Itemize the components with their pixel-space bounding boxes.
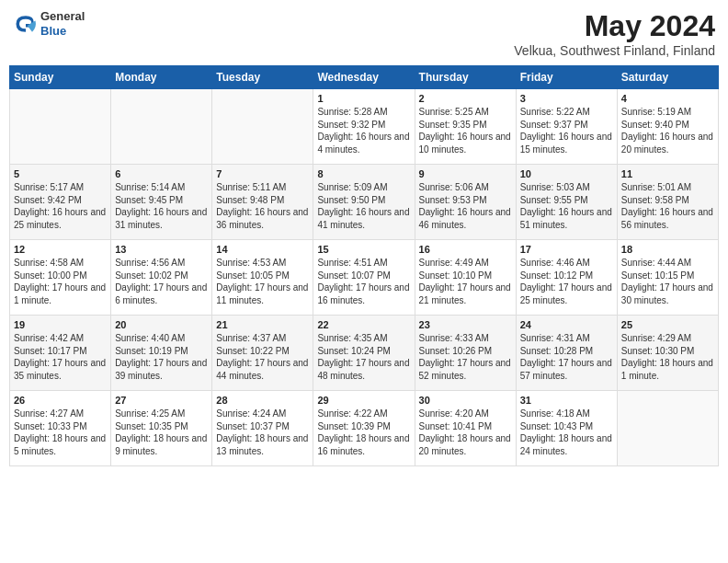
day-number: 28 bbox=[216, 395, 309, 406]
day-detail: Sunrise: 4:40 AM Sunset: 10:19 PM Daylig… bbox=[115, 332, 208, 382]
calendar-cell: 8Sunrise: 5:09 AM Sunset: 9:50 PM Daylig… bbox=[313, 165, 415, 240]
calendar-cell: 29Sunrise: 4:22 AM Sunset: 10:39 PM Dayl… bbox=[313, 391, 415, 466]
day-detail: Sunrise: 5:11 AM Sunset: 9:48 PM Dayligh… bbox=[216, 181, 309, 231]
logo: General Blue bbox=[13, 9, 85, 38]
calendar-cell: 24Sunrise: 4:31 AM Sunset: 10:28 PM Dayl… bbox=[516, 316, 617, 391]
day-detail: Sunrise: 4:24 AM Sunset: 10:37 PM Daylig… bbox=[216, 408, 309, 457]
header-sunday: Sunday bbox=[10, 66, 111, 89]
calendar-header: Sunday Monday Tuesday Wednesday Thursday… bbox=[10, 66, 719, 89]
day-detail: Sunrise: 5:01 AM Sunset: 9:58 PM Dayligh… bbox=[621, 181, 714, 231]
calendar-cell: 5Sunrise: 5:17 AM Sunset: 9:42 PM Daylig… bbox=[10, 165, 111, 240]
calendar-cell: 21Sunrise: 4:37 AM Sunset: 10:22 PM Dayl… bbox=[212, 316, 313, 391]
day-detail: Sunrise: 4:29 AM Sunset: 10:30 PM Daylig… bbox=[621, 332, 714, 382]
logo-text: General Blue bbox=[40, 9, 85, 38]
day-number: 11 bbox=[621, 168, 714, 179]
calendar-cell: 25Sunrise: 4:29 AM Sunset: 10:30 PM Dayl… bbox=[617, 316, 718, 391]
calendar-cell bbox=[10, 89, 111, 165]
day-number: 24 bbox=[520, 319, 613, 330]
calendar-week-2: 5Sunrise: 5:17 AM Sunset: 9:42 PM Daylig… bbox=[10, 165, 719, 240]
calendar-cell: 15Sunrise: 4:51 AM Sunset: 10:07 PM Dayl… bbox=[313, 240, 415, 316]
day-number: 12 bbox=[14, 244, 107, 255]
day-detail: Sunrise: 4:22 AM Sunset: 10:39 PM Daylig… bbox=[317, 408, 410, 457]
calendar-week-4: 19Sunrise: 4:42 AM Sunset: 10:17 PM Dayl… bbox=[10, 316, 719, 391]
title-block: May 2024 Velkua, Southwest Finland, Finl… bbox=[514, 9, 715, 58]
day-number: 20 bbox=[115, 319, 208, 330]
day-number: 10 bbox=[520, 168, 613, 179]
day-detail: Sunrise: 5:06 AM Sunset: 9:53 PM Dayligh… bbox=[419, 181, 512, 231]
day-detail: Sunrise: 4:42 AM Sunset: 10:17 PM Daylig… bbox=[14, 332, 107, 382]
day-number: 19 bbox=[14, 319, 107, 330]
day-detail: Sunrise: 4:35 AM Sunset: 10:24 PM Daylig… bbox=[317, 332, 410, 382]
day-detail: Sunrise: 5:09 AM Sunset: 9:50 PM Dayligh… bbox=[317, 181, 410, 231]
calendar-table: Sunday Monday Tuesday Wednesday Thursday… bbox=[9, 65, 719, 466]
calendar-cell: 23Sunrise: 4:33 AM Sunset: 10:26 PM Dayl… bbox=[415, 316, 516, 391]
header-tuesday: Tuesday bbox=[212, 66, 313, 89]
day-number: 26 bbox=[14, 395, 107, 406]
calendar-week-1: 1Sunrise: 5:28 AM Sunset: 9:32 PM Daylig… bbox=[10, 89, 719, 165]
calendar-cell: 18Sunrise: 4:44 AM Sunset: 10:15 PM Dayl… bbox=[617, 240, 718, 316]
calendar-week-5: 26Sunrise: 4:27 AM Sunset: 10:33 PM Dayl… bbox=[10, 391, 719, 466]
day-detail: Sunrise: 4:51 AM Sunset: 10:07 PM Daylig… bbox=[317, 257, 410, 306]
calendar-cell: 12Sunrise: 4:58 AM Sunset: 10:00 PM Dayl… bbox=[10, 240, 111, 316]
day-detail: Sunrise: 5:17 AM Sunset: 9:42 PM Dayligh… bbox=[14, 181, 107, 231]
day-number: 31 bbox=[520, 395, 613, 406]
header-monday: Monday bbox=[111, 66, 212, 89]
calendar-cell: 31Sunrise: 4:18 AM Sunset: 10:43 PM Dayl… bbox=[516, 391, 617, 466]
calendar-cell: 6Sunrise: 5:14 AM Sunset: 9:45 PM Daylig… bbox=[111, 165, 212, 240]
calendar-cell: 17Sunrise: 4:46 AM Sunset: 10:12 PM Dayl… bbox=[516, 240, 617, 316]
day-number: 23 bbox=[419, 319, 512, 330]
day-number: 14 bbox=[216, 244, 309, 255]
calendar-cell: 20Sunrise: 4:40 AM Sunset: 10:19 PM Dayl… bbox=[111, 316, 212, 391]
calendar-cell: 9Sunrise: 5:06 AM Sunset: 9:53 PM Daylig… bbox=[415, 165, 516, 240]
header-wednesday: Wednesday bbox=[313, 66, 415, 89]
day-detail: Sunrise: 4:53 AM Sunset: 10:05 PM Daylig… bbox=[216, 257, 309, 306]
day-number: 15 bbox=[317, 244, 410, 255]
calendar-subtitle: Velkua, Southwest Finland, Finland bbox=[514, 43, 715, 58]
day-detail: Sunrise: 4:37 AM Sunset: 10:22 PM Daylig… bbox=[216, 332, 309, 382]
day-number: 27 bbox=[115, 395, 208, 406]
day-detail: Sunrise: 5:19 AM Sunset: 9:40 PM Dayligh… bbox=[621, 106, 714, 155]
day-number: 6 bbox=[115, 168, 208, 179]
day-detail: Sunrise: 5:22 AM Sunset: 9:37 PM Dayligh… bbox=[520, 106, 613, 155]
calendar-cell: 7Sunrise: 5:11 AM Sunset: 9:48 PM Daylig… bbox=[212, 165, 313, 240]
day-number: 3 bbox=[520, 93, 613, 104]
day-number: 5 bbox=[14, 168, 107, 179]
calendar-cell bbox=[111, 89, 212, 165]
day-detail: Sunrise: 4:27 AM Sunset: 10:33 PM Daylig… bbox=[14, 408, 107, 457]
calendar-cell bbox=[617, 391, 718, 466]
calendar-cell: 30Sunrise: 4:20 AM Sunset: 10:41 PM Dayl… bbox=[415, 391, 516, 466]
calendar-cell: 11Sunrise: 5:01 AM Sunset: 9:58 PM Dayli… bbox=[617, 165, 718, 240]
logo-general: General bbox=[40, 9, 85, 24]
day-detail: Sunrise: 4:25 AM Sunset: 10:35 PM Daylig… bbox=[115, 408, 208, 457]
calendar-cell: 13Sunrise: 4:56 AM Sunset: 10:02 PM Dayl… bbox=[111, 240, 212, 316]
day-number: 13 bbox=[115, 244, 208, 255]
day-detail: Sunrise: 5:14 AM Sunset: 9:45 PM Dayligh… bbox=[115, 181, 208, 231]
calendar-cell: 26Sunrise: 4:27 AM Sunset: 10:33 PM Dayl… bbox=[10, 391, 111, 466]
calendar-week-3: 12Sunrise: 4:58 AM Sunset: 10:00 PM Dayl… bbox=[10, 240, 719, 316]
day-detail: Sunrise: 4:49 AM Sunset: 10:10 PM Daylig… bbox=[419, 257, 512, 306]
calendar-cell: 2Sunrise: 5:25 AM Sunset: 9:35 PM Daylig… bbox=[415, 89, 516, 165]
calendar-body: 1Sunrise: 5:28 AM Sunset: 9:32 PM Daylig… bbox=[10, 89, 719, 466]
day-number: 8 bbox=[317, 168, 410, 179]
day-detail: Sunrise: 4:58 AM Sunset: 10:00 PM Daylig… bbox=[14, 257, 107, 306]
logo-blue: Blue bbox=[40, 24, 85, 39]
calendar-cell: 14Sunrise: 4:53 AM Sunset: 10:05 PM Dayl… bbox=[212, 240, 313, 316]
day-number: 4 bbox=[621, 93, 714, 104]
day-number: 1 bbox=[317, 93, 410, 104]
calendar-cell: 28Sunrise: 4:24 AM Sunset: 10:37 PM Dayl… bbox=[212, 391, 313, 466]
day-detail: Sunrise: 5:25 AM Sunset: 9:35 PM Dayligh… bbox=[419, 106, 512, 155]
header-friday: Friday bbox=[516, 66, 617, 89]
day-number: 7 bbox=[216, 168, 309, 179]
calendar-cell: 16Sunrise: 4:49 AM Sunset: 10:10 PM Dayl… bbox=[415, 240, 516, 316]
calendar-cell: 1Sunrise: 5:28 AM Sunset: 9:32 PM Daylig… bbox=[313, 89, 415, 165]
day-number: 17 bbox=[520, 244, 613, 255]
day-number: 30 bbox=[419, 395, 512, 406]
weekday-row: Sunday Monday Tuesday Wednesday Thursday… bbox=[10, 66, 719, 89]
day-detail: Sunrise: 4:18 AM Sunset: 10:43 PM Daylig… bbox=[520, 408, 613, 457]
calendar-cell: 22Sunrise: 4:35 AM Sunset: 10:24 PM Dayl… bbox=[313, 316, 415, 391]
day-detail: Sunrise: 4:56 AM Sunset: 10:02 PM Daylig… bbox=[115, 257, 208, 306]
day-detail: Sunrise: 5:03 AM Sunset: 9:55 PM Dayligh… bbox=[520, 181, 613, 231]
day-number: 25 bbox=[621, 319, 714, 330]
calendar-cell: 19Sunrise: 4:42 AM Sunset: 10:17 PM Dayl… bbox=[10, 316, 111, 391]
day-detail: Sunrise: 5:28 AM Sunset: 9:32 PM Dayligh… bbox=[317, 106, 410, 155]
